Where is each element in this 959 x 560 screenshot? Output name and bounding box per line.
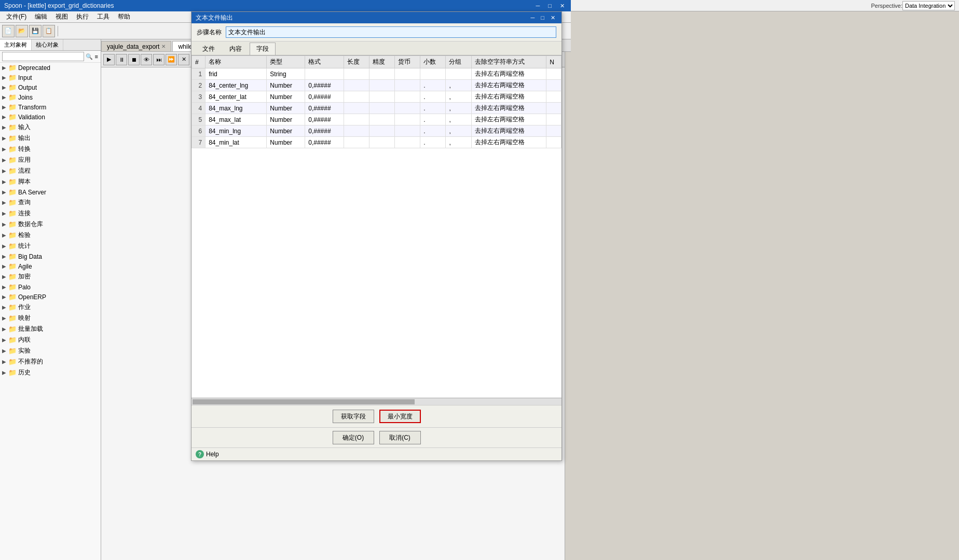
tab-close-yajule[interactable]: ✕ — [161, 44, 166, 49]
dialog-close[interactable]: ✕ — [549, 15, 557, 21]
get-fields-btn[interactable]: 获取字段 — [333, 410, 374, 423]
menu-file[interactable]: 文件(F) — [2, 11, 31, 22]
close-btn[interactable]: ✕ — [558, 3, 567, 9]
tree-item-chaxun[interactable]: ▶ 📁 查询 — [0, 197, 101, 208]
fast-btn[interactable]: ⏩ — [166, 54, 177, 65]
table-row[interactable]: 7 84_min_lat Number 0,##### . , 去掉左右两端空格 — [192, 137, 561, 148]
tree-item-shuru[interactable]: ▶ 📁 输入 — [0, 122, 101, 133]
menu-help[interactable]: 帮助 — [114, 11, 134, 22]
tree-item-transform[interactable]: ▶ 📁 Transform — [0, 102, 101, 112]
dialog-tab-file[interactable]: 文件 — [196, 43, 222, 55]
stop-btn[interactable]: ⏹ — [128, 54, 140, 65]
tree-item-validation[interactable]: ▶ 📁 Validation — [0, 112, 101, 122]
tree-item-bigdata[interactable]: ▶ 📁 Big Data — [0, 251, 101, 261]
col-num: # — [192, 56, 206, 68]
tree-item-input[interactable]: ▶ 📁 Input — [0, 73, 101, 82]
maximize-btn[interactable]: □ — [546, 3, 554, 9]
save-btn[interactable]: 💾 — [29, 25, 42, 37]
tree-item-jiaoben[interactable]: ▶ 📁 脚本 — [0, 176, 101, 187]
dialog-maximize[interactable]: □ — [539, 15, 546, 21]
cell-decimal: . — [420, 91, 446, 103]
clear-btn[interactable]: ✕ — [178, 54, 189, 65]
table-row[interactable]: 4 84_max_lng Number 0,##### . , 去掉左右两端空格 — [192, 103, 561, 114]
dialog-minimize[interactable]: ─ — [529, 15, 537, 21]
h-scroll[interactable] — [191, 398, 561, 405]
tree-item-lianjie[interactable]: ▶ 📁 连接 — [0, 208, 101, 219]
tree-item-jiami[interactable]: ▶ 📁 加密 — [0, 271, 101, 282]
cell-trim: 去掉左右两端空格 — [471, 103, 546, 114]
cell-length — [344, 114, 369, 125]
cancel-btn[interactable]: 取消(C) — [379, 431, 421, 444]
cell-num: 4 — [192, 103, 206, 114]
minimize-btn[interactable]: ─ — [534, 3, 542, 9]
cell-precision — [369, 91, 395, 103]
dialog-title: 文本文件输出 — [196, 13, 233, 22]
col-precision: 精度 — [369, 56, 395, 68]
step-btn[interactable]: ⏭ — [153, 54, 165, 65]
right-scrollbar[interactable] — [565, 52, 571, 560]
tree-item-shuchu[interactable]: ▶ 📁 输出 — [0, 133, 101, 144]
file-tab-yajule[interactable]: yajule_data_export ✕ — [101, 41, 171, 51]
search-go-icon[interactable]: 🔍 — [85, 53, 93, 61]
menu-view[interactable]: 视图 — [51, 11, 72, 22]
dialog-tab-fields[interactable]: 字段 — [250, 43, 276, 55]
tree-item-zuoye[interactable]: ▶ 📁 作业 — [0, 302, 101, 313]
cell-currency — [395, 80, 420, 91]
pause-btn[interactable]: ⏸ — [116, 54, 127, 65]
search-options-icon[interactable]: ≡ — [94, 53, 99, 61]
run-btn[interactable]: ▶ — [103, 54, 115, 65]
cell-currency — [395, 68, 420, 80]
search-input[interactable] — [2, 52, 84, 61]
tree-item-palo[interactable]: ▶ 📁 Palo — [0, 282, 101, 292]
cell-currency — [395, 137, 420, 148]
table-row[interactable]: 1 frid String 去掉左右两端空格 — [192, 68, 561, 80]
tree-item-jiayan[interactable]: ▶ 📁 检验 — [0, 230, 101, 241]
table-row[interactable]: 2 84_center_lng Number 0,##### . , 去掉左右两… — [192, 80, 561, 91]
tree-item-piliangjazai[interactable]: ▶ 📁 批量加载 — [0, 324, 101, 334]
open-btn[interactable]: 📂 — [16, 25, 28, 37]
help-btn[interactable]: ? Help — [196, 450, 219, 458]
tree-item-lishi[interactable]: ▶ 📁 历史 — [0, 367, 101, 378]
col-name: 名称 — [206, 56, 267, 68]
tree-item-yingyong[interactable]: ▶ 📁 应用 — [0, 155, 101, 165]
preview-btn[interactable]: 👁 — [141, 54, 152, 65]
table-row[interactable]: 3 84_center_lat Number 0,##### . , 去掉左右两… — [192, 91, 561, 103]
tree-item-shiyan[interactable]: ▶ 📁 实验 — [0, 345, 101, 356]
tree-item-tongji[interactable]: ▶ 📁 统计 — [0, 241, 101, 251]
menu-edit[interactable]: 编辑 — [31, 11, 51, 22]
tree-item-yingshe[interactable]: ▶ 📁 映射 — [0, 313, 101, 324]
perspective-select[interactable]: Data Integration — [902, 1, 955, 10]
cell-decimal: . — [420, 80, 446, 91]
menu-tools[interactable]: 工具 — [93, 11, 114, 22]
saveas-btn[interactable]: 📋 — [43, 25, 55, 37]
tree-item-zhuanhuan[interactable]: ▶ 📁 转换 — [0, 144, 101, 155]
cell-n — [546, 137, 561, 148]
step-name-input[interactable] — [226, 26, 556, 38]
fields-table-container: # 名称 类型 格式 长度 精度 货币 小数 分组 去除空字符串方式 N — [191, 55, 561, 398]
tree-item-neilian[interactable]: ▶ 📁 内联 — [0, 334, 101, 345]
tree-item-butoujian[interactable]: ▶ 📁 不推荐的 — [0, 356, 101, 367]
cell-n — [546, 103, 561, 114]
tab-core-objects[interactable]: 核心对象 — [32, 39, 63, 50]
tree-item-baserver[interactable]: ▶ 📁 BA Server — [0, 187, 101, 197]
table-row[interactable]: 6 84_min_lng Number 0,##### . , 去掉左右两端空格 — [192, 125, 561, 137]
min-width-btn[interactable]: 最小宽度 — [379, 410, 421, 423]
tree-item-liucheng[interactable]: ▶ 📁 流程 — [0, 165, 101, 176]
tab-main-objects[interactable]: 主对象树 — [0, 39, 32, 50]
tree-item-joins[interactable]: ▶ 📁 Joins — [0, 92, 101, 102]
tree-item-shujucangku[interactable]: ▶ 📁 数据仓库 — [0, 219, 101, 230]
ok-btn[interactable]: 确定(O) — [333, 431, 374, 444]
new-btn[interactable]: 📄 — [2, 25, 15, 37]
cell-currency — [395, 103, 420, 114]
tree-item-output[interactable]: ▶ 📁 Output — [0, 82, 101, 92]
dialog-tab-content[interactable]: 内容 — [223, 43, 249, 55]
tree-item-agile[interactable]: ▶ 📁 Agile — [0, 261, 101, 271]
cell-length — [344, 137, 369, 148]
tree-item-openerp[interactable]: ▶ 📁 OpenERP — [0, 292, 101, 302]
cell-type: String — [267, 68, 305, 80]
menu-execute[interactable]: 执行 — [72, 11, 93, 22]
tree-item-deprecated[interactable]: ▶ 📁 Deprecated — [0, 63, 101, 73]
table-row[interactable]: 5 84_max_lat Number 0,##### . , 去掉左右两端空格 — [192, 114, 561, 125]
cell-group: , — [446, 125, 471, 137]
cell-trim: 去掉左右两端空格 — [471, 80, 546, 91]
